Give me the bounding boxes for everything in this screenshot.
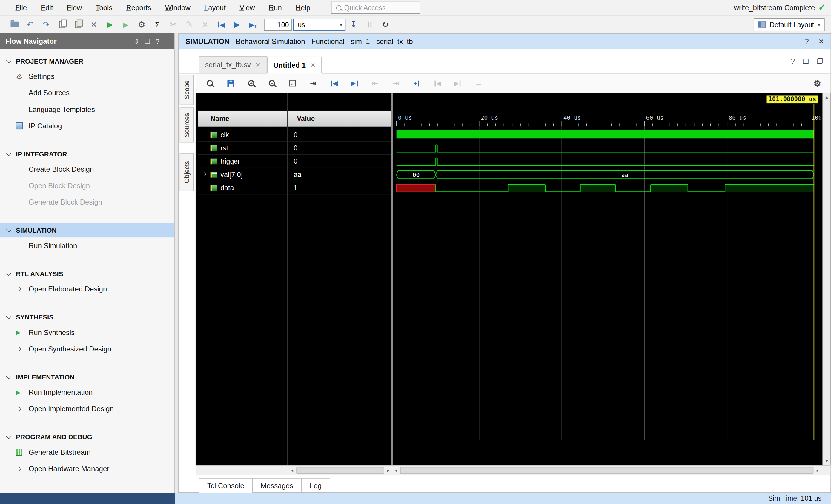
name-scrollbar[interactable]: ◂ ▸ bbox=[289, 467, 391, 474]
flow-item-run-simulation[interactable]: Run Simulation bbox=[0, 237, 174, 254]
float-panel-icon[interactable]: ❏ bbox=[145, 37, 150, 45]
flow-section-program-and-debug[interactable]: PROGRAM AND DEBUG bbox=[0, 429, 174, 444]
zoom-out-icon[interactable]: − bbox=[265, 77, 279, 90]
scroll-left-icon[interactable]: ◂ bbox=[393, 468, 399, 473]
add-marker-icon[interactable]: + bbox=[410, 77, 423, 90]
flow-item-language-templates[interactable]: Language Templates bbox=[0, 101, 174, 118]
expand-panel-icon[interactable]: ⇕ bbox=[134, 37, 139, 45]
signal-row-trigger[interactable]: trigger bbox=[198, 155, 287, 168]
float-window-icon[interactable]: ❏ bbox=[803, 57, 809, 65]
flow-item-open-implemented-design[interactable]: Open Implemented Design bbox=[0, 401, 174, 417]
console-tab-tcl-console[interactable]: Tcl Console bbox=[199, 478, 253, 493]
help-icon[interactable]: ? bbox=[791, 57, 795, 65]
flow-item-run-implementation[interactable]: ▶Run Implementation bbox=[0, 384, 174, 401]
minimize-icon[interactable]: ─ bbox=[165, 37, 169, 45]
close-icon[interactable]: ✕ bbox=[819, 38, 824, 46]
settings-icon[interactable]: ⚙ bbox=[134, 18, 149, 31]
console-tab-log[interactable]: Log bbox=[301, 478, 330, 493]
expand-arrow-icon[interactable] bbox=[201, 173, 207, 176]
zoom-fit-icon[interactable] bbox=[286, 77, 299, 90]
flow-item-open-hardware-manager[interactable]: Open Hardware Manager bbox=[0, 461, 174, 477]
time-unit-select[interactable]: us ▾ bbox=[293, 18, 346, 30]
layout-select[interactable]: Default Layout ▾ bbox=[754, 18, 825, 31]
value-column-header[interactable]: Value bbox=[288, 111, 391, 127]
help-icon[interactable]: ? bbox=[155, 37, 159, 45]
scroll-up-icon[interactable]: ▲ bbox=[825, 95, 829, 100]
side-tab-objects[interactable]: Objects bbox=[180, 153, 194, 191]
flow-item-create-block-design[interactable]: Create Block Design bbox=[0, 161, 174, 178]
restart-icon[interactable]: ◀ bbox=[327, 77, 341, 90]
save-icon[interactable] bbox=[224, 77, 237, 90]
undo-icon[interactable]: ↶ bbox=[22, 18, 38, 31]
menu-reports[interactable]: Reports bbox=[119, 0, 158, 15]
flow-item-run-synthesis[interactable]: ▶Run Synthesis bbox=[0, 324, 174, 341]
report-icon[interactable]: Σ bbox=[150, 18, 165, 31]
menu-file[interactable]: File bbox=[8, 0, 34, 15]
paste-icon[interactable] bbox=[70, 18, 86, 31]
flow-section-simulation[interactable]: SIMULATION bbox=[0, 223, 174, 237]
relaunch-icon[interactable]: ↻ bbox=[377, 18, 393, 31]
scroll-left-icon[interactable]: ◂ bbox=[289, 468, 295, 473]
menu-flow[interactable]: Flow bbox=[60, 0, 89, 15]
column-canvas-divider[interactable] bbox=[391, 93, 393, 465]
menu-window[interactable]: Window bbox=[158, 0, 197, 15]
wave-settings-icon[interactable]: ⚙ bbox=[810, 77, 824, 90]
redo-icon[interactable]: ↷ bbox=[38, 18, 54, 31]
run-all-sim-icon[interactable]: ▶ bbox=[229, 18, 245, 31]
side-tab-sources[interactable]: Sources bbox=[180, 108, 194, 142]
flow-section-implementation[interactable]: IMPLEMENTATION bbox=[0, 370, 174, 384]
menu-run[interactable]: Run bbox=[262, 0, 289, 15]
zoom-in-icon[interactable]: + bbox=[244, 77, 258, 90]
flow-section-ip-integrator[interactable]: IP INTEGRATOR bbox=[0, 147, 174, 161]
vertical-scrollbar[interactable]: ▲ ▼ bbox=[823, 93, 831, 465]
flow-item-open-elaborated-design[interactable]: Open Elaborated Design bbox=[0, 281, 174, 297]
menu-view[interactable]: View bbox=[233, 0, 262, 15]
flow-item-ip-catalog[interactable]: IP Catalog bbox=[0, 118, 174, 134]
signal-row-rst[interactable]: rst bbox=[198, 142, 287, 155]
signal-row-clk[interactable]: clk bbox=[198, 128, 287, 142]
simulation-titlebar[interactable]: SIMULATION - Behavioral Simulation - Fun… bbox=[178, 34, 830, 50]
log-signals-icon[interactable]: ↧ bbox=[345, 18, 361, 31]
flow-item-generate-bitstream[interactable]: Generate Bitstream bbox=[0, 444, 174, 461]
signal-row-data[interactable]: data bbox=[198, 181, 287, 195]
flow-section-synthesis[interactable]: SYNTHESIS bbox=[0, 310, 174, 324]
flow-section-rtl-analysis[interactable]: RTL ANALYSIS bbox=[0, 267, 174, 281]
flow-section-project-manager[interactable]: PROJECT MANAGER bbox=[0, 54, 174, 68]
delete-icon[interactable]: ✕ bbox=[86, 18, 102, 31]
tab-serial-tx-tb-sv[interactable]: serial_tx_tb.sv✕ bbox=[199, 56, 267, 73]
flow-item-add-sources[interactable]: Add Sources bbox=[0, 85, 174, 101]
find-icon[interactable] bbox=[203, 77, 217, 90]
run-icon[interactable]: ▶ bbox=[102, 18, 118, 31]
wave-scrollbar[interactable]: ◂ ▸ bbox=[393, 467, 821, 474]
waveform-canvas[interactable]: 0 us20 us40 us60 us80 us100 us00aa 101.0… bbox=[393, 93, 821, 465]
scroll-down-icon[interactable]: ▼ bbox=[825, 459, 829, 464]
flow-item-settings[interactable]: ⚙Settings bbox=[0, 68, 174, 85]
quick-access-search[interactable]: Quick Access bbox=[331, 1, 420, 14]
console-tab-messages[interactable]: Messages bbox=[252, 478, 302, 493]
close-icon[interactable]: ✕ bbox=[311, 62, 315, 69]
scroll-thumb[interactable] bbox=[296, 467, 384, 474]
scroll-right-icon[interactable]: ▸ bbox=[386, 468, 391, 473]
menu-edit[interactable]: Edit bbox=[34, 0, 60, 15]
menu-help[interactable]: Help bbox=[289, 0, 317, 15]
restart-sim-icon[interactable]: ◀ bbox=[213, 18, 229, 31]
signal-row-val-7-0[interactable]: val[7:0] bbox=[198, 168, 287, 181]
run-for-time-icon[interactable]: ▶T bbox=[245, 18, 261, 31]
open-project-icon[interactable] bbox=[6, 18, 22, 31]
menu-tools[interactable]: Tools bbox=[89, 0, 119, 15]
flow-item-open-synthesized-design[interactable]: Open Synthesized Design bbox=[0, 341, 174, 357]
side-tab-scope[interactable]: Scope bbox=[180, 75, 194, 105]
tab-untitled-1[interactable]: Untitled 1✕ bbox=[267, 57, 322, 74]
close-icon[interactable]: ✕ bbox=[256, 61, 260, 68]
copy-icon[interactable] bbox=[54, 18, 70, 31]
step-icon[interactable]: ▶ bbox=[118, 18, 134, 31]
sim-time-input[interactable] bbox=[264, 18, 292, 30]
name-column-header[interactable]: Name bbox=[198, 111, 287, 127]
menu-layout[interactable]: Layout bbox=[197, 0, 233, 15]
scroll-right-icon[interactable]: ▸ bbox=[815, 468, 821, 473]
goto-cursor-icon[interactable]: ⇥ bbox=[306, 77, 320, 90]
scroll-thumb[interactable] bbox=[400, 467, 813, 474]
help-icon[interactable]: ? bbox=[805, 38, 809, 46]
maximize-icon[interactable]: ❐ bbox=[817, 57, 823, 65]
run-all-icon[interactable]: ▶ bbox=[348, 77, 361, 90]
